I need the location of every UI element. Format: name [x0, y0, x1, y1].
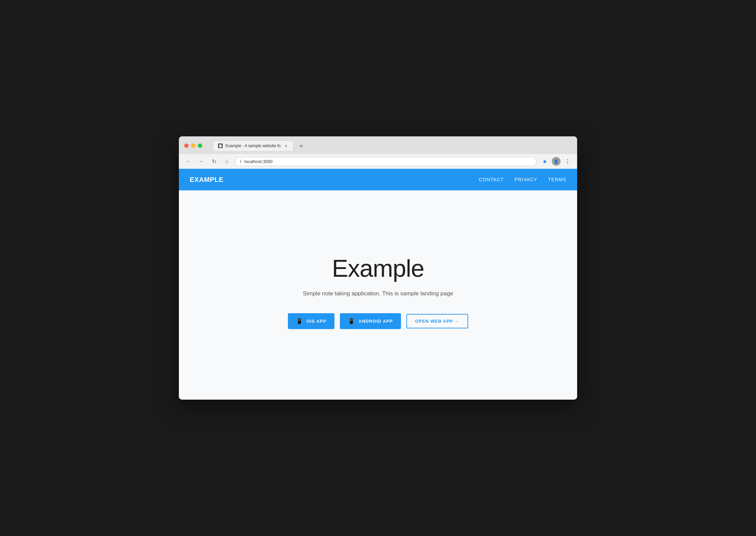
hero-buttons: 📱 IOS APP 📱 ANDROID APP OPEN WEB APP →	[288, 313, 468, 329]
forward-button[interactable]: →	[196, 157, 206, 166]
site-nav: EXAMPLE CONTACT PRIVACY TERMS	[179, 169, 577, 190]
nav-link-privacy[interactable]: PRIVACY	[515, 177, 537, 182]
tab-bar: 📄 Example - A sample website fo ✕ +	[209, 140, 306, 151]
star-icon: ★	[542, 158, 547, 165]
browser-toolbar: ← → ↻ ⌂ ℹ ★ 👤 ⋮	[179, 154, 577, 169]
avatar: 👤	[552, 157, 561, 166]
maximize-button[interactable]	[198, 143, 202, 148]
back-button[interactable]: ←	[184, 157, 193, 166]
minimize-button[interactable]	[191, 143, 195, 148]
address-bar-container: ℹ	[235, 157, 537, 166]
traffic-lights	[184, 143, 202, 148]
new-tab-button[interactable]: +	[296, 141, 306, 151]
website-content: EXAMPLE CONTACT PRIVACY TERMS Example Si…	[179, 169, 577, 400]
browser-window: 📄 Example - A sample website fo ✕ + ← → …	[179, 136, 577, 400]
active-tab[interactable]: 📄 Example - A sample website fo ✕	[213, 140, 294, 151]
hero-section: Example Simple note taking application. …	[179, 190, 577, 400]
nav-link-terms[interactable]: TERMS	[548, 177, 566, 182]
close-button[interactable]	[184, 143, 189, 148]
hero-title: Example	[332, 254, 424, 282]
hero-subtitle: Simple note taking application. This is …	[303, 290, 453, 297]
bookmark-button[interactable]: ★	[540, 157, 549, 166]
toolbar-actions: ★ 👤 ⋮	[540, 157, 572, 166]
nav-links: CONTACT PRIVACY TERMS	[479, 177, 566, 182]
ios-app-button[interactable]: 📱 IOS APP	[288, 313, 334, 329]
nav-link-contact[interactable]: CONTACT	[479, 177, 504, 182]
more-options-button[interactable]: ⋮	[563, 157, 572, 166]
mobile-icon-ios: 📱	[296, 318, 303, 324]
open-web-app-button[interactable]: OPEN WEB APP →	[406, 314, 468, 328]
address-bar[interactable]	[244, 159, 532, 164]
tab-favicon-icon: 📄	[218, 143, 223, 148]
profile-button[interactable]: 👤	[551, 157, 561, 166]
android-app-button[interactable]: 📱 ANDROID APP	[340, 313, 401, 329]
tab-title: Example - A sample website fo	[225, 143, 280, 148]
site-logo[interactable]: EXAMPLE	[190, 176, 223, 184]
tab-close-button[interactable]: ✕	[283, 143, 289, 149]
home-button[interactable]: ⌂	[222, 157, 232, 166]
browser-titlebar: 📄 Example - A sample website fo ✕ +	[179, 136, 577, 154]
reload-button[interactable]: ↻	[209, 157, 219, 166]
mobile-icon-android: 📱	[348, 318, 355, 324]
lock-icon: ℹ	[240, 159, 242, 164]
browser-chrome: 📄 Example - A sample website fo ✕ + ← → …	[179, 136, 577, 169]
